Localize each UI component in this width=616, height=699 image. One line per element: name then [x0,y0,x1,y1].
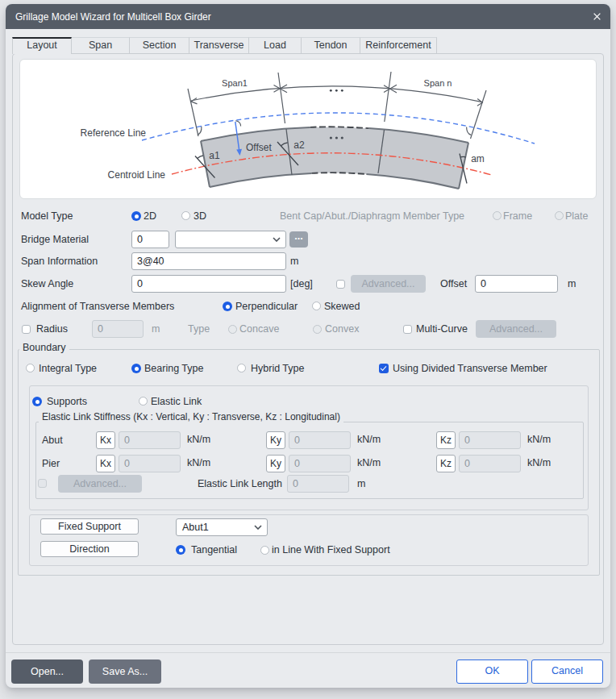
svg-text:Span n: Span n [424,78,452,88]
svg-text:a2: a2 [293,139,305,151]
svg-text:Reference Line: Reference Line [81,127,147,139]
svg-text:a1: a1 [209,150,220,161]
svg-text:Offset: Offset [246,142,272,153]
svg-text:am: am [471,153,485,164]
svg-text:Span1: Span1 [222,78,248,88]
svg-text:Centroid Line: Centroid Line [108,169,166,181]
